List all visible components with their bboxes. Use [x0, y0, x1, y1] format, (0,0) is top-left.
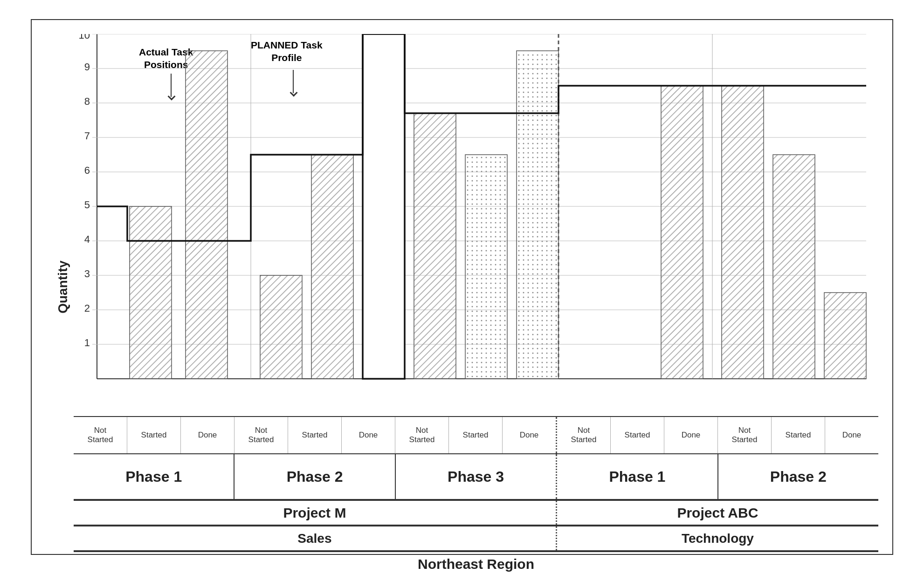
xlbl-pm-p2-d: Done [342, 417, 395, 453]
svg-text:2: 2 [84, 302, 90, 314]
dept-tech-label: Technology [557, 526, 878, 550]
phase-pm2: Phase 2 [234, 454, 394, 499]
project-row: Project M Project ABC [74, 500, 878, 526]
svg-rect-32 [517, 51, 559, 379]
phase-pm3: Phase 3 [395, 454, 557, 499]
xlbl-pm-p2-ns: NotStarted [234, 417, 288, 453]
chart-svg: 1 2 3 4 5 6 7 8 9 10 [74, 34, 880, 416]
xlbl-abc-p1-ns: NotStarted [557, 417, 611, 453]
svg-rect-25 [186, 51, 228, 379]
xlbl-pm-p2-s: Started [288, 417, 342, 453]
phase-abc2: Phase 2 [717, 454, 878, 499]
svg-text:3: 3 [84, 268, 90, 280]
xlbl-abc-p2-s: Started [772, 417, 825, 453]
svg-rect-24 [130, 206, 172, 379]
xlbl-pm-p3-d: Done [503, 417, 556, 453]
y-axis-label: Quantity [55, 260, 70, 314]
phase-abc1: Phase 1 [557, 454, 717, 499]
svg-text:5: 5 [84, 199, 90, 211]
svg-text:4: 4 [84, 233, 90, 245]
chart-container: Quantity Actual TaskPositions PLANNED Ta… [31, 19, 893, 555]
svg-text:1: 1 [84, 337, 90, 348]
svg-rect-30 [414, 113, 456, 379]
dept-row: Sales Technology [74, 526, 878, 551]
svg-text:7: 7 [84, 130, 90, 142]
x-labels-row: NotStarted Started Done NotStarted Start… [74, 416, 878, 453]
svg-rect-31 [465, 155, 507, 379]
region-row: Northeast Region [74, 551, 878, 574]
svg-text:10: 10 [79, 34, 90, 41]
svg-text:6: 6 [84, 164, 90, 176]
dept-sales-label: Sales [74, 526, 557, 550]
xlbl-pm-p1-s: Started [127, 417, 181, 453]
svg-rect-34 [661, 86, 703, 379]
svg-rect-28 [311, 155, 353, 379]
svg-rect-36 [773, 155, 815, 379]
svg-rect-35 [722, 86, 764, 379]
region-label: Northeast Region [74, 552, 878, 574]
svg-rect-29 [363, 34, 405, 379]
svg-text:9: 9 [84, 61, 90, 73]
svg-rect-37 [824, 293, 866, 379]
svg-rect-27 [260, 275, 302, 379]
xlbl-pm-p1-d: Done [181, 417, 234, 453]
xlbl-pm-p1-ns: NotStarted [74, 417, 127, 453]
xlbl-abc-p1-s: Started [611, 417, 664, 453]
xlbl-abc-p2-ns: NotStarted [718, 417, 772, 453]
xlbl-pm-p3-ns: NotStarted [395, 417, 449, 453]
phase-pm1: Phase 1 [74, 454, 234, 499]
project-m-label: Project M [74, 501, 557, 525]
phase-row: Phase 1 Phase 2 Phase 3 Phase 1 Phase 2 [74, 453, 878, 500]
xlbl-pm-p3-s: Started [449, 417, 503, 453]
svg-text:8: 8 [84, 96, 90, 107]
xlbl-abc-p2-d: Done [825, 417, 878, 453]
xlbl-abc-p1-d: Done [664, 417, 717, 453]
project-abc-label: Project ABC [557, 501, 878, 525]
